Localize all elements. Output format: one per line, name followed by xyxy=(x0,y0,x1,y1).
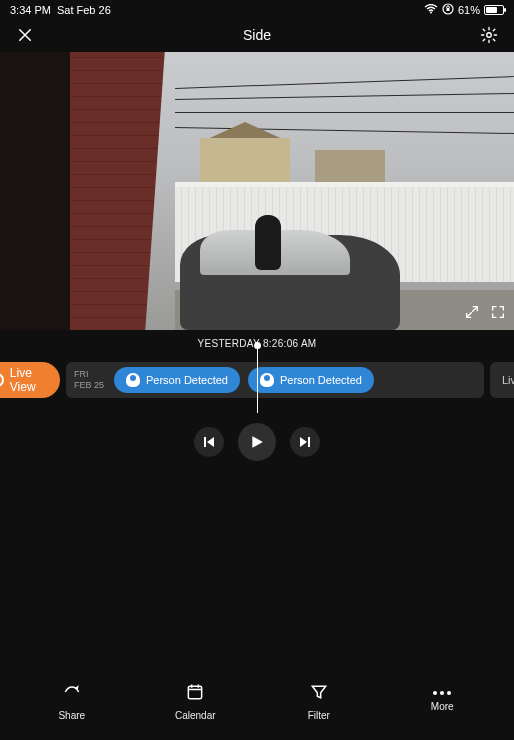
calendar-icon xyxy=(185,682,205,704)
svg-rect-2 xyxy=(446,8,449,11)
svg-rect-6 xyxy=(189,686,202,699)
person-icon xyxy=(126,373,140,387)
play-button[interactable] xyxy=(238,423,276,461)
timeline-date-label: FRI FEB 25 xyxy=(74,369,106,391)
timeline-track[interactable]: FRI FEB 25 Person Detected Person Detect… xyxy=(66,362,484,398)
calendar-button[interactable]: Calendar xyxy=(160,682,230,721)
playhead-indicator[interactable] xyxy=(257,343,258,413)
transport-controls xyxy=(0,407,514,471)
filter-icon xyxy=(309,682,329,704)
more-button[interactable]: More xyxy=(407,691,477,712)
filter-button[interactable]: Filter xyxy=(284,682,354,721)
camera-video-frame[interactable] xyxy=(0,52,514,330)
person-icon xyxy=(260,373,274,387)
previous-button[interactable] xyxy=(194,427,224,457)
gear-icon[interactable] xyxy=(478,24,500,46)
fullscreen-icon[interactable] xyxy=(490,304,506,324)
status-date: Sat Feb 26 xyxy=(57,4,111,16)
event-person-detected[interactable]: Person Detected xyxy=(248,367,374,393)
header: Side xyxy=(0,18,514,52)
live-dot-icon xyxy=(0,373,4,387)
svg-point-3 xyxy=(487,33,492,38)
live-view-label: Live View xyxy=(10,366,60,394)
timeline[interactable]: Live View FRI FEB 25 Person Detected Per… xyxy=(0,353,514,407)
page-title: Side xyxy=(243,27,271,43)
live-view-button[interactable]: Live View xyxy=(0,362,60,398)
share-button[interactable]: Share xyxy=(37,682,107,721)
wifi-icon xyxy=(424,4,438,16)
expand-icon[interactable] xyxy=(464,304,480,324)
close-icon[interactable] xyxy=(14,24,36,46)
rotation-lock-icon xyxy=(442,3,454,17)
live-chip[interactable]: Live xyxy=(490,362,514,398)
battery-percent: 61% xyxy=(458,4,480,16)
event-person-detected[interactable]: Person Detected xyxy=(114,367,240,393)
svg-rect-4 xyxy=(204,437,206,447)
battery-icon xyxy=(484,5,504,15)
more-icon xyxy=(433,691,451,695)
status-bar: 3:34 PM Sat Feb 26 61% xyxy=(0,0,514,18)
status-time: 3:34 PM xyxy=(10,4,51,16)
svg-rect-5 xyxy=(308,437,310,447)
empty-area xyxy=(0,471,514,670)
next-button[interactable] xyxy=(290,427,320,457)
share-icon xyxy=(62,682,82,704)
bottom-toolbar: Share Calendar Filter More xyxy=(0,670,514,740)
svg-point-0 xyxy=(430,12,432,14)
